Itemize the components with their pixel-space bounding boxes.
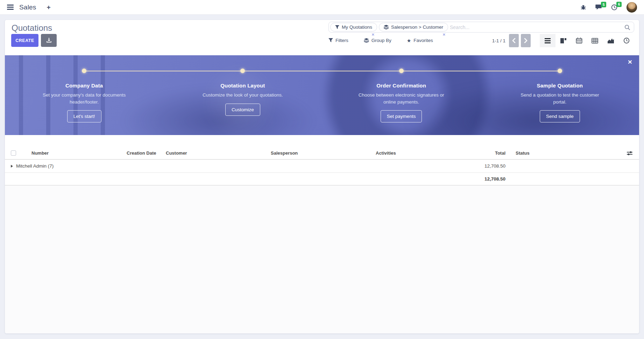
pager-next-button[interactable] — [521, 34, 531, 47]
empty-list-area — [5, 185, 639, 333]
group-row-mitchell-admin[interactable]: Mitchell Admin (7) 12,708.50 — [5, 160, 639, 173]
onboarding-step-quotation-layout: Quotation Layout Customize the look of y… — [163, 69, 322, 135]
timeline-dot — [82, 69, 86, 73]
messages-icon[interactable]: 5 — [595, 4, 602, 10]
chevron-right-icon — [524, 38, 528, 43]
column-header-total[interactable]: Total — [441, 150, 508, 156]
column-header-status[interactable]: Status — [508, 150, 620, 156]
timeline-dot — [240, 69, 245, 73]
graph-view-button[interactable] — [603, 34, 618, 47]
chevron-left-icon — [512, 38, 516, 43]
kanban-icon — [560, 38, 567, 44]
messages-badge: 5 — [601, 2, 606, 7]
bug-icon[interactable] — [580, 4, 586, 10]
app-name[interactable]: Sales — [19, 3, 36, 11]
customize-button[interactable]: Customize — [225, 104, 260, 116]
timeline-dot — [558, 69, 562, 73]
clock-icon — [623, 37, 630, 44]
step-description: Set your company's data for documents he… — [40, 92, 128, 105]
table-header-row: Number Creation Date Customer Salesperso… — [5, 147, 639, 160]
expand-caret-icon[interactable] — [11, 165, 13, 168]
search-bar[interactable]: My Quotations × Salesperson > Customer × — [328, 22, 634, 33]
favorites-dropdown[interactable]: ★ Favorites — [407, 38, 433, 43]
control-panel: Quotations My Quotations × Salesperson >… — [5, 20, 639, 55]
onboarding-step-company-data: Company Data Set your company's data for… — [5, 69, 163, 135]
search-facet-my-quotations[interactable]: My Quotations × — [330, 23, 377, 31]
onboarding-banner: × Company Data Set your company's data f… — [5, 55, 639, 135]
avatar[interactable] — [627, 2, 637, 13]
remove-facet-icon[interactable]: × — [371, 32, 374, 37]
select-all-checkbox[interactable] — [11, 150, 16, 156]
page-title: Quotations — [12, 23, 52, 33]
pager-previous-button[interactable] — [509, 34, 519, 47]
onboarding-step-order-confirmation: Order Confirmation Choose between electr… — [322, 69, 481, 135]
group-label: Mitchell Admin (7) — [16, 163, 54, 169]
create-button[interactable]: CREATE — [11, 34, 38, 47]
optional-columns-icon[interactable] — [620, 150, 639, 156]
send-sample-button[interactable]: Send sample — [540, 110, 580, 122]
pager: 1-1 / 1 — [492, 34, 531, 47]
column-header-creation-date[interactable]: Creation Date — [124, 150, 163, 156]
group-by-dropdown[interactable]: Group By — [364, 38, 391, 43]
column-header-customer[interactable]: Customer — [163, 150, 268, 156]
footer-total: 12,708.50 — [441, 176, 508, 182]
step-description: Customize the look of your quotations. — [203, 92, 283, 99]
column-header-salesperson[interactable]: Salesperson — [268, 150, 373, 156]
apps-menu-icon[interactable] — [7, 5, 14, 10]
download-icon — [46, 38, 52, 43]
filter-icon — [328, 38, 333, 43]
content-card: Quotations My Quotations × Salesperson >… — [5, 20, 639, 333]
pager-range: 1-1 / 1 — [492, 38, 505, 43]
step-description: Send a quotation to test the customer po… — [516, 92, 604, 105]
step-title: Order Confirmation — [376, 83, 426, 89]
step-title: Quotation Layout — [220, 83, 265, 89]
view-switcher — [540, 34, 634, 47]
pivot-icon — [592, 38, 598, 44]
step-description: Choose between electronic signatures or … — [357, 92, 445, 105]
graph-icon — [607, 38, 614, 44]
onboarding-step-sample-quotation: Sample Quotation Send a quotation to tes… — [481, 69, 639, 135]
kanban-view-button[interactable] — [555, 34, 571, 47]
set-payments-button[interactable]: Set payments — [381, 110, 422, 122]
table-footer-row: 12,708.50 — [5, 173, 639, 185]
plus-icon[interactable]: + — [47, 3, 51, 11]
export-button[interactable] — [41, 34, 57, 47]
group-total: 12,708.50 — [441, 163, 508, 169]
pivot-view-button[interactable] — [587, 34, 603, 47]
facet-label: My Quotations — [342, 24, 372, 30]
calendar-icon — [576, 37, 582, 44]
step-title: Sample Quotation — [537, 83, 583, 89]
remove-facet-icon[interactable]: × — [443, 32, 445, 37]
search-icon[interactable] — [624, 24, 630, 30]
layers-icon — [364, 38, 369, 43]
step-title: Company Data — [65, 83, 103, 89]
search-input[interactable] — [450, 24, 622, 30]
facet-label: Salesperson > Customer — [391, 24, 443, 30]
lets-start-button[interactable]: Let's start! — [67, 110, 101, 122]
timeline-dot — [399, 69, 404, 73]
list-icon — [544, 38, 551, 44]
column-header-number[interactable]: Number — [27, 150, 124, 156]
quotations-list: Number Creation Date Customer Salesperso… — [5, 147, 639, 333]
filters-dropdown[interactable]: Filters — [328, 38, 348, 43]
column-header-activities[interactable]: Activities — [373, 150, 441, 156]
activities-badge: 6 — [616, 2, 622, 7]
activity-view-button[interactable] — [618, 34, 634, 47]
layers-icon — [384, 25, 389, 29]
top-navbar: Sales + 5 6 — [0, 0, 644, 15]
calendar-view-button[interactable] — [571, 34, 587, 47]
list-view-button[interactable] — [540, 34, 555, 47]
search-facet-groupby[interactable]: Salesperson > Customer × — [379, 23, 448, 31]
filter-icon — [335, 25, 339, 29]
activities-clock-icon[interactable]: 6 — [611, 4, 617, 10]
star-icon: ★ — [407, 38, 411, 43]
